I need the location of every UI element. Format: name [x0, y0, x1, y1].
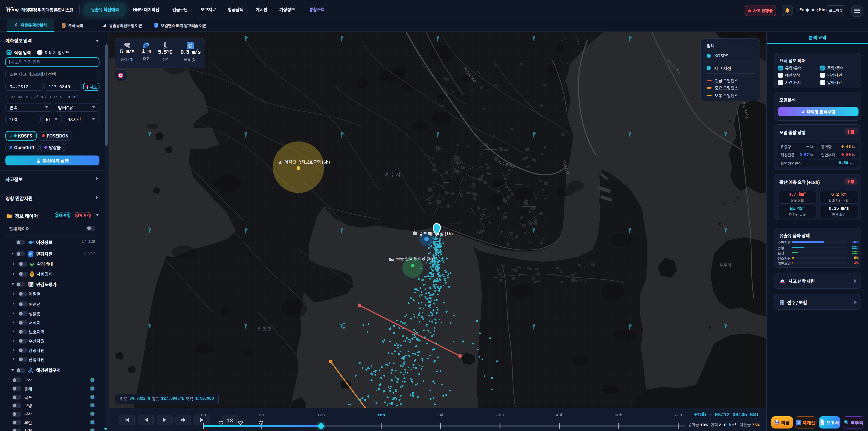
svg-text:0h: 0h: [201, 412, 206, 418]
svg-text:24h: 24h: [437, 412, 445, 418]
svg-text:여수시: 여수시: [384, 171, 402, 178]
svg-text:화양면: 화양면: [258, 326, 272, 332]
svg-text:우두리: 우두리: [719, 262, 732, 268]
svg-text:12h: 12h: [317, 412, 325, 418]
svg-text:36h: 36h: [496, 412, 504, 418]
svg-text:6h: 6h: [259, 412, 264, 418]
svg-text:국동 전복 양식장 (3h): 국동 전복 양식장 (3h): [396, 255, 435, 261]
svg-text:$: $: [31, 272, 33, 276]
svg-text:18h: 18h: [377, 412, 385, 418]
svg-text:종포 해수욕장 (1h): 종포 해수욕장 (1h): [419, 230, 453, 237]
svg-text:72h: 72h: [674, 412, 682, 418]
svg-text:48h: 48h: [556, 412, 563, 418]
svg-text:60h: 60h: [615, 412, 622, 418]
svg-text:여자만 습지보호구역 (6h): 여자만 습지보호구역 (6h): [284, 159, 330, 165]
